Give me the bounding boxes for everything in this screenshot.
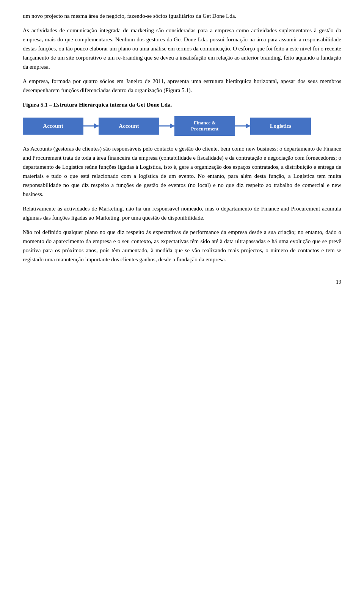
org-chart: Account Account Finance &Procurement Log… (23, 116, 341, 136)
paragraph-6: Não foi definido qualquer plano no que d… (23, 228, 341, 264)
figure-caption: Figura 5.1 – Estrutura Hierárquica inter… (23, 100, 341, 109)
paragraph-1: um novo projecto na mesma área de negóci… (23, 11, 341, 20)
org-box-account-2: Account (99, 118, 159, 135)
paragraph-4: As Accounts (gestoras de clientes) são r… (23, 144, 341, 199)
paragraph-2: As actividades de comunicação integrada … (23, 26, 341, 71)
org-box-account-1: Account (23, 118, 83, 135)
paragraph-5: Relativamente às actividades de Marketin… (23, 204, 341, 222)
org-box-finance: Finance &Procurement (174, 116, 235, 136)
page-content: um novo projecto na mesma área de negóci… (23, 11, 341, 285)
org-box-logistics: Logistics (250, 118, 311, 135)
paragraph-3: A empresa, formada por quatro sócios em … (23, 77, 341, 95)
page-number: 19 (23, 279, 341, 285)
